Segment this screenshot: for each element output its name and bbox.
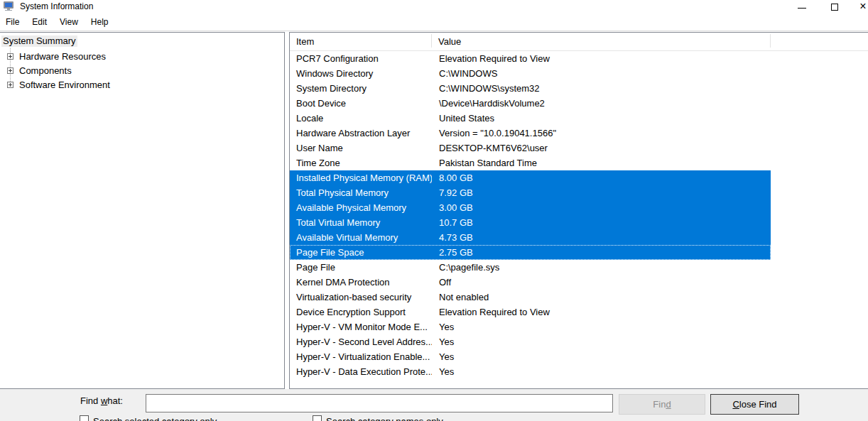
tree-item-hardware-resources[interactable]: Hardware Resources: [0, 50, 284, 64]
expand-plus-icon[interactable]: [7, 53, 13, 60]
table-row[interactable]: Page FileC:\pagefile.sys: [290, 260, 771, 275]
expand-plus-icon[interactable]: [7, 67, 13, 74]
table-row[interactable]: User NameDESKTOP-KMT6V62\user: [290, 141, 771, 155]
list-header: Item Value: [290, 33, 868, 51]
close-find-button[interactable]: Close Find: [710, 394, 799, 415]
menu-bar: File Edit View Help: [0, 16, 117, 30]
search-category-names-checkbox[interactable]: [313, 415, 322, 421]
table-row[interactable]: Virtualization-based securityNot enabled: [290, 290, 771, 305]
column-header-item[interactable]: Item: [296, 36, 314, 47]
minimize-icon: [798, 8, 806, 9]
tree-item-system-summary[interactable]: System Summary: [1, 35, 77, 47]
table-row-selected[interactable]: Total Virtual Memory10.7 GB: [290, 215, 771, 230]
tree-item-components[interactable]: Components: [0, 64, 284, 78]
expand-plus-icon[interactable]: [7, 82, 13, 88]
table-row[interactable]: Hyper-V - Virtualization Enable...Yes: [290, 349, 771, 364]
menu-item-file[interactable]: File: [1, 16, 23, 30]
menu-separator: [0, 31, 868, 31]
table-row[interactable]: LocaleUnited States: [290, 111, 771, 126]
column-header-value[interactable]: Value: [438, 36, 461, 47]
column-divider[interactable]: [770, 34, 771, 48]
table-row-selected[interactable]: Installed Physical Memory (RAM)8.00 GB: [290, 170, 771, 185]
table-row[interactable]: Device Encryption SupportElevation Requi…: [290, 305, 771, 319]
minimize-button[interactable]: [793, 0, 811, 12]
title-bar: System Information ×: [0, 0, 868, 14]
tree-item-software-environment[interactable]: Software Environment: [0, 78, 284, 92]
details-rows: PCR7 ConfigurationElevation Required to …: [290, 51, 771, 379]
table-row[interactable]: Hyper-V - VM Monitor Mode E...Yes: [290, 319, 771, 334]
menu-item-view[interactable]: View: [55, 16, 82, 30]
table-row-selected[interactable]: Available Physical Memory3.00 GB: [290, 200, 771, 215]
table-row[interactable]: System DirectoryC:\WINDOWS\system32: [290, 81, 771, 96]
table-row[interactable]: Kernel DMA ProtectionOff: [290, 275, 771, 290]
close-button[interactable]: ×: [854, 0, 868, 12]
maximize-icon: [831, 4, 838, 11]
find-input[interactable]: [146, 394, 613, 412]
details-list-panel: Item Value PCR7 ConfigurationElevation R…: [289, 32, 868, 389]
search-selected-category-checkbox[interactable]: [80, 415, 89, 421]
menu-item-help[interactable]: Help: [87, 16, 113, 30]
table-row-selected[interactable]: Total Physical Memory7.92 GB: [290, 185, 771, 200]
table-row[interactable]: Hardware Abstraction LayerVersion = "10.…: [290, 126, 771, 141]
window-title: System Information: [20, 1, 93, 11]
table-row[interactable]: Windows DirectoryC:\WINDOWS: [290, 66, 771, 81]
column-divider[interactable]: [431, 34, 432, 48]
table-row-selected-focused[interactable]: Page File Space2.75 GB: [290, 245, 771, 260]
table-row[interactable]: Boot Device\Device\HarddiskVolume2: [290, 96, 771, 111]
category-tree-panel: System Summary Hardware Resources Compon…: [0, 32, 285, 389]
table-row[interactable]: Time ZonePakistan Standard Time: [290, 155, 771, 170]
table-row-selected[interactable]: Available Virtual Memory4.73 GB: [290, 230, 771, 245]
maximize-button[interactable]: [825, 0, 844, 12]
table-row[interactable]: Hyper-V - Second Level Addres...Yes: [290, 334, 771, 349]
table-row[interactable]: Hyper-V - Data Execution Prote...Yes: [290, 364, 771, 379]
system-information-window: System Information × File Edit View Help…: [0, 0, 868, 421]
system-information-app-icon: [4, 1, 15, 11]
table-row[interactable]: PCR7 ConfigurationElevation Required to …: [290, 51, 771, 66]
search-selected-category-label: Search selected category only: [93, 416, 217, 421]
find-what-label: Find what:: [80, 395, 123, 406]
search-category-names-label: Search category names only: [326, 416, 443, 421]
menu-item-edit[interactable]: Edit: [28, 16, 51, 30]
find-bar: Find what: Find Close Find Search select…: [0, 389, 868, 421]
close-icon: ×: [859, 1, 866, 12]
find-button[interactable]: Find: [619, 394, 705, 415]
